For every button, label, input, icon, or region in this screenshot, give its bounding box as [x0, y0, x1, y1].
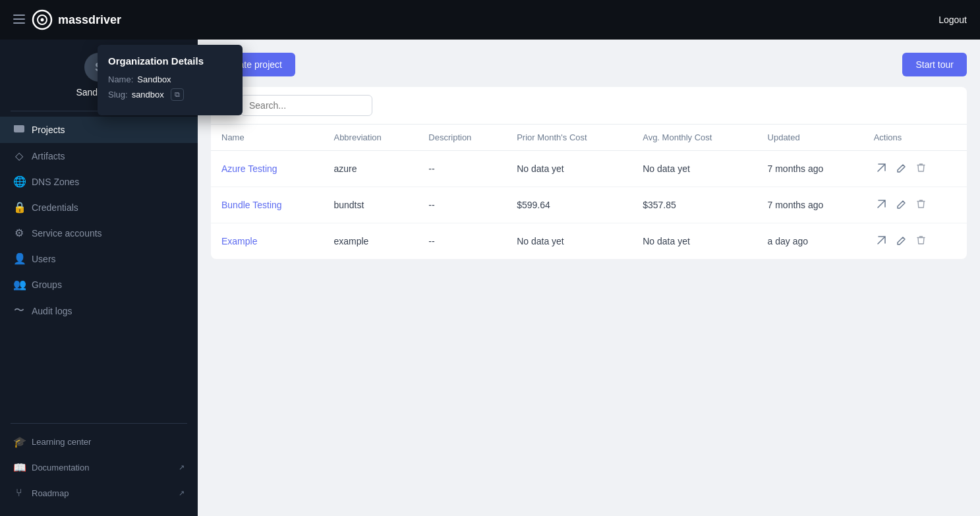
sidebar-item-projects[interactable]: Projects [0, 117, 198, 143]
cell-name: Bundle Testing [211, 187, 323, 223]
cell-actions [863, 151, 967, 187]
learning-icon: 🎓 [13, 436, 25, 448]
svg-point-5 [41, 18, 44, 22]
sidebar-item-service-accounts-label: Service accounts [32, 228, 102, 239]
audit-icon: 〜 [13, 304, 25, 318]
sidebar-toggle-button[interactable] [13, 13, 25, 27]
sidebar-item-dns-label: DNS Zones [32, 177, 79, 187]
sidebar-item-users-label: Users [32, 254, 56, 264]
projects-table: Name Abbreviation Description Prior Mont… [211, 125, 967, 259]
org-dropdown: Organization Details Name: Sandbox Slug:… [98, 45, 243, 115]
cell-abbreviation: azure [323, 151, 418, 187]
cell-avg-cost: $357.85 [632, 187, 757, 223]
org-name-value: Sandbox [137, 74, 171, 84]
users-icon: 👤 [13, 252, 25, 265]
table-row: Example example -- No data yet No data y… [211, 223, 967, 260]
project-link[interactable]: Azure Testing [221, 163, 277, 174]
service-accounts-icon: ⚙ [13, 227, 25, 239]
open-button[interactable] [874, 160, 889, 177]
roadmap-icon: ⑂ [13, 487, 25, 499]
folder-icon [13, 123, 25, 136]
sidebar-item-docs-label: Documentation [32, 463, 89, 473]
external-link-icon-2: ↗ [179, 489, 185, 498]
org-name-label: Name: [108, 74, 133, 84]
cell-updated: 7 months ago [757, 151, 863, 187]
svg-rect-1 [13, 18, 25, 20]
cell-updated: 7 months ago [757, 187, 863, 223]
delete-button[interactable] [914, 196, 928, 214]
sidebar-item-artifacts-label: Artifacts [32, 151, 65, 161]
docs-icon: 📖 [13, 461, 25, 474]
sidebar-item-projects-label: Projects [32, 125, 65, 135]
copy-slug-button[interactable]: ⧉ [171, 88, 184, 101]
col-header-abbreviation: Abbreviation [323, 125, 418, 151]
projects-table-card: 🔍 Name Abbreviation Description Prior Mo… [211, 87, 967, 259]
cell-description: -- [418, 151, 506, 187]
edit-button[interactable] [894, 161, 909, 177]
open-button[interactable] [874, 233, 889, 250]
sidebar-bottom: 🎓 Learning center 📖 Documentation ↗ ⑂ Ro… [0, 424, 198, 516]
edit-button[interactable] [894, 197, 909, 214]
lock-icon: 🔒 [13, 201, 25, 214]
sidebar-item-artifacts[interactable]: ◇ Artifacts [0, 143, 198, 169]
external-link-icon: ↗ [179, 463, 185, 472]
svg-rect-7 [14, 125, 18, 127]
sidebar-item-groups-label: Groups [32, 279, 62, 290]
sidebar-item-roadmap[interactable]: ⑂ Roadmap ↗ [0, 480, 198, 505]
start-tour-button[interactable]: Start tour [902, 53, 967, 76]
logo-text: massdriver [58, 13, 121, 27]
app-logo: massdriver [32, 9, 121, 30]
top-bar: Create project Start tour [211, 53, 967, 76]
table-row: Bundle Testing bundtst -- $599.64 $357.8… [211, 187, 967, 223]
sidebar-item-learning-center[interactable]: 🎓 Learning center [0, 429, 198, 455]
sidebar-item-credentials[interactable]: 🔒 Credentials [0, 194, 198, 220]
table-row: Azure Testing azure -- No data yet No da… [211, 151, 967, 187]
cell-name: Example [211, 223, 323, 260]
sidebar-item-documentation[interactable]: 📖 Documentation ↗ [0, 455, 198, 480]
sidebar-item-users[interactable]: 👤 Users [0, 246, 198, 272]
cell-actions [863, 223, 967, 260]
sidebar-item-service-accounts[interactable]: ⚙ Service accounts [0, 220, 198, 246]
svg-rect-0 [13, 14, 25, 16]
cell-abbreviation: bundtst [323, 187, 418, 223]
artifacts-icon: ◇ [13, 150, 25, 162]
org-slug-label: Slug: [108, 90, 128, 100]
search-input[interactable] [241, 95, 372, 116]
org-slug-row: Slug: sandbox ⧉ [108, 88, 232, 101]
sidebar-item-audit-logs[interactable]: 〜 Audit logs [0, 297, 198, 324]
col-header-prior-cost: Prior Month's Cost [506, 125, 632, 151]
main-content: Create project Start tour 🔍 Name Abbrevi… [198, 40, 980, 516]
sidebar-item-learning-label: Learning center [32, 437, 91, 447]
open-button[interactable] [874, 196, 889, 214]
sidebar-item-groups[interactable]: 👥 Groups [0, 272, 198, 297]
delete-button[interactable] [914, 233, 928, 250]
dns-icon: 🌐 [13, 175, 25, 188]
cell-description: -- [418, 223, 506, 260]
project-link[interactable]: Example [221, 236, 257, 246]
cell-actions [863, 187, 967, 223]
org-dropdown-title: Organization Details [108, 55, 232, 67]
cell-prior-cost: $599.64 [506, 187, 632, 223]
logout-button[interactable]: Logout [938, 14, 967, 25]
delete-button[interactable] [914, 160, 928, 177]
col-header-description: Description [418, 125, 506, 151]
org-slug-value: sandbox [132, 90, 164, 100]
sidebar-item-audit-label: Audit logs [32, 306, 72, 316]
search-bar: 🔍 [211, 87, 967, 125]
groups-icon: 👥 [13, 278, 25, 291]
svg-rect-2 [13, 22, 25, 24]
sidebar-item-credentials-label: Credentials [32, 202, 78, 213]
sidebar-item-roadmap-label: Roadmap [32, 488, 69, 498]
edit-button[interactable] [894, 233, 909, 250]
col-header-actions: Actions [863, 125, 967, 151]
cell-description: -- [418, 187, 506, 223]
cell-prior-cost: No data yet [506, 223, 632, 260]
cell-abbreviation: example [323, 223, 418, 260]
sidebar-nav: Projects ◇ Artifacts 🌐 DNS Zones 🔒 Crede… [0, 111, 198, 423]
cell-prior-cost: No data yet [506, 151, 632, 187]
sidebar-item-dns[interactable]: 🌐 DNS Zones [0, 169, 198, 194]
col-header-updated: Updated [757, 125, 863, 151]
cell-avg-cost: No data yet [632, 223, 757, 260]
project-link[interactable]: Bundle Testing [221, 200, 282, 210]
cell-avg-cost: No data yet [632, 151, 757, 187]
